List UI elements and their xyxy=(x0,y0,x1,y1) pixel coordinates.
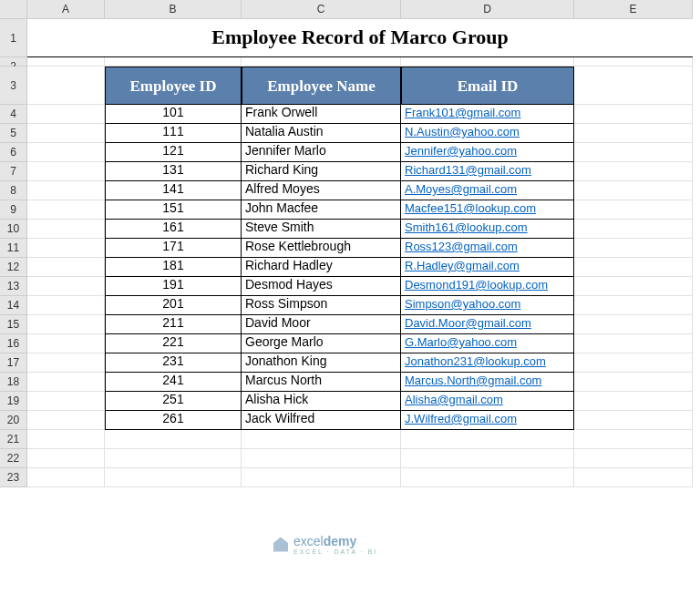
email-cell[interactable]: Smith161@lookup.com xyxy=(401,220,574,239)
cell-blank[interactable] xyxy=(574,353,693,373)
employee-name-cell[interactable]: John Macfee xyxy=(242,200,401,220)
email-cell[interactable]: Alisha@gmail.com xyxy=(401,392,574,411)
employee-id-cell[interactable]: 121 xyxy=(105,143,242,162)
email-link[interactable]: Desmond191@lookup.com xyxy=(405,278,548,292)
table-header-name[interactable]: Employee Name xyxy=(242,67,401,105)
cell-blank[interactable] xyxy=(105,57,242,67)
cell-blank[interactable] xyxy=(27,67,105,105)
employee-name-cell[interactable]: Marcus North xyxy=(242,373,401,392)
email-link[interactable]: N.Austin@yahoo.com xyxy=(405,125,520,138)
row-header-18[interactable]: 18 xyxy=(0,373,27,392)
row-header-6[interactable]: 6 xyxy=(0,143,27,162)
cell-blank[interactable] xyxy=(242,57,401,67)
cell-blank[interactable] xyxy=(574,67,693,105)
row-header-5[interactable]: 5 xyxy=(0,124,27,143)
cell-blank[interactable] xyxy=(27,124,105,143)
row-header-3[interactable]: 3 xyxy=(0,67,27,105)
employee-id-cell[interactable]: 181 xyxy=(105,258,242,277)
employee-id-cell[interactable]: 231 xyxy=(105,353,242,373)
employee-id-cell[interactable]: 261 xyxy=(105,411,242,430)
row-header-2[interactable]: 2 xyxy=(0,57,27,67)
row-header-7[interactable]: 7 xyxy=(0,162,27,181)
cell-blank[interactable] xyxy=(574,315,693,334)
cell-blank[interactable] xyxy=(105,430,242,449)
row-header-22[interactable]: 22 xyxy=(0,449,27,468)
cell-blank[interactable] xyxy=(27,200,105,220)
cell-blank[interactable] xyxy=(27,57,105,67)
email-cell[interactable]: Desmond191@lookup.com xyxy=(401,277,574,296)
cell-blank[interactable] xyxy=(574,411,693,430)
cell-blank[interactable] xyxy=(574,392,693,411)
cell-blank[interactable] xyxy=(401,468,574,487)
email-cell[interactable]: Jennifer@yahoo.com xyxy=(401,143,574,162)
email-cell[interactable]: Marcus.North@gmail.com xyxy=(401,373,574,392)
employee-id-cell[interactable]: 131 xyxy=(105,162,242,181)
row-header-1[interactable]: 1 xyxy=(0,19,27,57)
employee-name-cell[interactable]: David Moor xyxy=(242,315,401,334)
cell-blank[interactable] xyxy=(574,430,693,449)
table-header-id[interactable]: Employee ID xyxy=(105,67,242,105)
employee-id-cell[interactable]: 141 xyxy=(105,181,242,200)
cell-blank[interactable] xyxy=(105,449,242,468)
email-link[interactable]: Macfee151@lookup.com xyxy=(405,201,536,215)
row-header-16[interactable]: 16 xyxy=(0,334,27,353)
employee-name-cell[interactable]: Alfred Moyes xyxy=(242,181,401,200)
row-header-19[interactable]: 19 xyxy=(0,392,27,411)
row-header-23[interactable]: 23 xyxy=(0,468,27,487)
email-link[interactable]: Jonathon231@lookup.com xyxy=(405,354,546,368)
select-all-corner[interactable] xyxy=(0,0,27,19)
cell-blank[interactable] xyxy=(27,143,105,162)
email-link[interactable]: Frank101@gmail.com xyxy=(405,106,520,119)
cell-blank[interactable] xyxy=(574,468,693,487)
row-header-17[interactable]: 17 xyxy=(0,353,27,373)
email-cell[interactable]: Frank101@gmail.com xyxy=(401,105,574,124)
cell-blank[interactable] xyxy=(401,449,574,468)
employee-id-cell[interactable]: 221 xyxy=(105,334,242,353)
cell-blank[interactable] xyxy=(27,258,105,277)
employee-name-cell[interactable]: Natalia Austin xyxy=(242,124,401,143)
cell-blank[interactable] xyxy=(242,449,401,468)
cell-blank[interactable] xyxy=(574,334,693,353)
cell-blank[interactable] xyxy=(574,296,693,315)
cell-blank[interactable] xyxy=(574,105,693,124)
email-cell[interactable]: Ross123@gmail.com xyxy=(401,239,574,258)
cell-blank[interactable] xyxy=(242,468,401,487)
row-header-21[interactable]: 21 xyxy=(0,430,27,449)
cell-blank[interactable] xyxy=(105,468,242,487)
employee-name-cell[interactable]: Richard Hadley xyxy=(242,258,401,277)
column-header-D[interactable]: D xyxy=(401,0,574,19)
row-header-20[interactable]: 20 xyxy=(0,411,27,430)
employee-id-cell[interactable]: 111 xyxy=(105,124,242,143)
cell-blank[interactable] xyxy=(401,430,574,449)
cell-blank[interactable] xyxy=(27,239,105,258)
cell-blank[interactable] xyxy=(27,181,105,200)
employee-id-cell[interactable]: 161 xyxy=(105,220,242,239)
row-header-14[interactable]: 14 xyxy=(0,296,27,315)
cell-blank[interactable] xyxy=(574,277,693,296)
cell-blank[interactable] xyxy=(27,392,105,411)
email-cell[interactable]: N.Austin@yahoo.com xyxy=(401,124,574,143)
table-header-email[interactable]: Email ID xyxy=(401,67,574,105)
cell-blank[interactable] xyxy=(574,373,693,392)
email-link[interactable]: Alisha@gmail.com xyxy=(405,393,503,406)
email-link[interactable]: A.Moyes@gmail.com xyxy=(405,182,517,196)
email-cell[interactable]: Macfee151@lookup.com xyxy=(401,200,574,220)
cell-blank[interactable] xyxy=(27,449,105,468)
employee-name-cell[interactable]: Alisha Hick xyxy=(242,392,401,411)
column-header-E[interactable]: E xyxy=(574,0,693,19)
column-header-A[interactable]: A xyxy=(27,0,105,19)
cell-blank[interactable] xyxy=(27,315,105,334)
cell-blank[interactable] xyxy=(401,57,574,67)
cell-blank[interactable] xyxy=(574,57,693,67)
cell-blank[interactable] xyxy=(27,430,105,449)
employee-name-cell[interactable]: Jennifer Marlo xyxy=(242,143,401,162)
employee-name-cell[interactable]: George Marlo xyxy=(242,334,401,353)
email-link[interactable]: R.Hadley@gmail.com xyxy=(405,259,520,272)
email-cell[interactable]: David.Moor@gmail.com xyxy=(401,315,574,334)
employee-id-cell[interactable]: 171 xyxy=(105,239,242,258)
cell-blank[interactable] xyxy=(27,277,105,296)
email-link[interactable]: Ross123@gmail.com xyxy=(405,240,518,253)
cell-blank[interactable] xyxy=(27,373,105,392)
cell-blank[interactable] xyxy=(27,334,105,353)
email-link[interactable]: Smith161@lookup.com xyxy=(405,220,528,234)
